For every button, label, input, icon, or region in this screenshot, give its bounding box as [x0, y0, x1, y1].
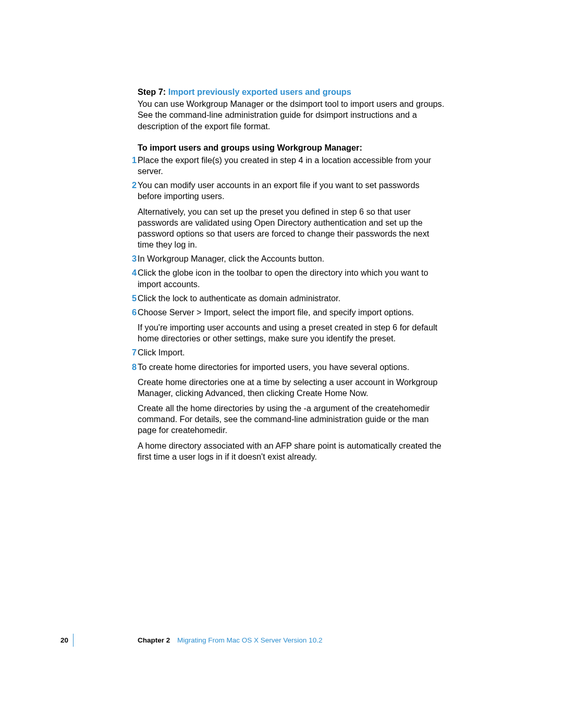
list-item: 8To create home directories for imported… [138, 362, 445, 462]
intro-paragraph: You can use Workgroup Manager or the dsi… [138, 98, 445, 132]
list-item-number: 8 [129, 362, 137, 373]
list-item-number: 4 [129, 267, 137, 278]
list-item-text: Click Import. [138, 347, 445, 358]
list-item-text: Choose Server > Import, select the impor… [138, 307, 445, 344]
footer-rule [73, 634, 74, 647]
step-label: Step 7: [138, 87, 166, 96]
list-item: 5Click the lock to authenticate as domai… [138, 293, 445, 304]
list-item-paragraph: Click the lock to authenticate as domain… [138, 293, 445, 304]
list-item-paragraph: Click the globe icon in the toolbar to o… [138, 267, 445, 289]
step-heading: Step 7: Import previously exported users… [138, 87, 445, 97]
body-text: Step 7: Import previously exported users… [138, 87, 445, 465]
list-item: 4Click the globe icon in the toolbar to … [138, 267, 445, 289]
sub-heading: To import users and groups using Workgro… [138, 142, 445, 153]
chapter-title: Migrating From Mac OS X Server Version 1… [177, 636, 322, 644]
list-item-number: 7 [129, 347, 137, 358]
page: Step 7: Import previously exported users… [0, 0, 563, 728]
list-item-paragraph: Create home directories one at a time by… [138, 377, 445, 399]
list-item-number: 3 [129, 253, 137, 264]
step-title: Import previously exported users and gro… [168, 87, 351, 96]
list-item-paragraph: Alternatively, you can set up the preset… [138, 206, 445, 251]
list-item: 3In Workgroup Manager, click the Account… [138, 253, 445, 264]
page-number: 20 [60, 636, 68, 644]
list-item-number: 6 [129, 307, 137, 318]
list-item-text: Place the export file(s) you created in … [138, 155, 445, 177]
list-item-paragraph: Create all the home directories by using… [138, 403, 445, 436]
chapter-info: Chapter 2 Migrating From Mac OS X Server… [138, 636, 322, 644]
list-item-paragraph: You can modify user accounts in an expor… [138, 180, 445, 202]
list-item-text: You can modify user accounts in an expor… [138, 180, 445, 250]
list-item-paragraph: In Workgroup Manager, click the Accounts… [138, 253, 445, 264]
list-item-number: 1 [129, 155, 137, 166]
list-item-text: To create home directories for imported … [138, 362, 445, 462]
list-item-number: 2 [129, 180, 137, 191]
list-item: 1Place the export file(s) you created in… [138, 155, 445, 177]
list-item-paragraph: To create home directories for imported … [138, 362, 445, 373]
list-item: 7Click Import. [138, 347, 445, 358]
list-item-paragraph: Click Import. [138, 347, 445, 358]
list-item-paragraph: A home directory associated with an AFP … [138, 440, 445, 462]
list-item-text: Click the lock to authenticate as domain… [138, 293, 445, 304]
list-item-text: In Workgroup Manager, click the Accounts… [138, 253, 445, 264]
list-item-text: Click the globe icon in the toolbar to o… [138, 267, 445, 289]
list-item: 6Choose Server > Import, select the impo… [138, 307, 445, 344]
list-item: 2You can modify user accounts in an expo… [138, 180, 445, 250]
list-item-number: 5 [129, 293, 137, 304]
list-item-paragraph: If you're importing user accounts and us… [138, 322, 445, 344]
numbered-list: 1Place the export file(s) you created in… [138, 155, 445, 462]
list-item-paragraph: Choose Server > Import, select the impor… [138, 307, 445, 318]
chapter-label: Chapter 2 [138, 636, 170, 644]
list-item-paragraph: Place the export file(s) you created in … [138, 155, 445, 177]
